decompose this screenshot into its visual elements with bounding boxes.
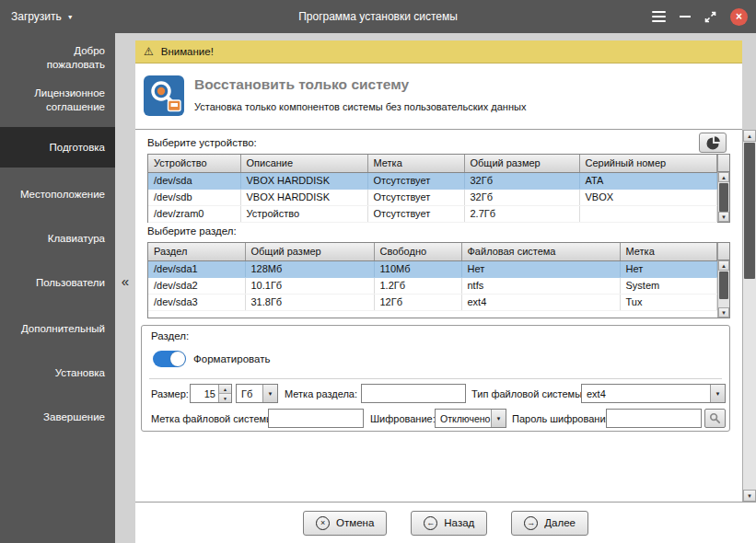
partition-table: Раздел Общий размер Свободно Файловая си…: [147, 242, 730, 318]
column-header[interactable]: Файловая система: [461, 243, 620, 260]
restore-system-icon: [144, 75, 184, 116]
scrollbar-corner: [717, 155, 729, 172]
chevron-down-icon: ▼: [67, 14, 74, 20]
pie-chart-icon: [706, 136, 720, 150]
fs-label-input[interactable]: [268, 409, 364, 428]
scroll-down-icon[interactable]: ▼: [718, 307, 729, 318]
size-unit-select[interactable]: Гб ▼: [236, 384, 278, 403]
partition-label-input[interactable]: [361, 384, 466, 403]
next-arrow-icon: →: [524, 516, 538, 530]
column-header[interactable]: Раздел: [148, 243, 245, 260]
size-spinner[interactable]: 15 ▲▼: [190, 384, 232, 403]
column-header[interactable]: Серийный номер: [579, 155, 717, 172]
sidebar-step-finish: Завершение: [0, 410, 115, 424]
device-table-scrollbar[interactable]: ▲ ▼: [717, 172, 729, 222]
format-toggle[interactable]: [153, 351, 186, 367]
back-arrow-icon: ←: [424, 516, 437, 530]
sidebar-step-keyboard: Клавиатура: [0, 232, 115, 246]
warning-text: Внимание!: [161, 46, 214, 57]
sidebar-step-preparation: Подготовка: [0, 127, 115, 168]
load-menu-button[interactable]: Загрузить ▼: [0, 0, 85, 33]
next-button[interactable]: → Далее: [511, 511, 588, 536]
sidebar-collapse-button[interactable]: «: [115, 274, 135, 288]
scroll-up-icon[interactable]: ▲: [743, 130, 756, 142]
key-magnifier-icon: [709, 412, 721, 424]
main-scrollbar[interactable]: ▲ ▼: [742, 130, 756, 502]
scroll-thumb[interactable]: [744, 143, 755, 279]
sidebar-step-welcome: Добро пожаловать: [0, 44, 115, 72]
back-button[interactable]: ← Назад: [411, 511, 487, 536]
chevron-down-icon: ▼: [262, 385, 277, 402]
encryption-select[interactable]: Отключено ▼: [435, 409, 506, 428]
table-row-zram0[interactable]: /dev/zram0УстройствоОтсутствует2.7Гб: [148, 205, 717, 222]
window-title: Программа установки системы: [0, 10, 756, 23]
partition-label-label: Метка раздела:: [285, 388, 357, 399]
column-header[interactable]: Устройство: [148, 155, 240, 172]
partition-chart-button[interactable]: [699, 133, 727, 153]
encryption-value: Отключено: [436, 413, 491, 424]
scroll-down-icon[interactable]: ▼: [718, 212, 729, 222]
window-controls: ×: [652, 0, 748, 33]
device-table-header: Устройство Описание Метка Общий размер С…: [148, 155, 717, 172]
warning-icon: ⚠: [144, 46, 154, 57]
page-header: Восстановить только систему Установка то…: [135, 64, 742, 130]
sidebar-gutter: «: [115, 33, 135, 543]
spin-up-icon[interactable]: ▲: [219, 385, 231, 394]
fs-label-label: Метка файловой системы:: [151, 413, 276, 424]
maximize-icon[interactable]: [704, 11, 716, 23]
table-row-sda3[interactable]: /dev/sda331.8Гб12Гбext4Tux: [148, 294, 717, 310]
column-header[interactable]: Метка: [620, 243, 717, 260]
password-key-button[interactable]: [704, 409, 726, 428]
spin-down-icon[interactable]: ▼: [219, 394, 231, 402]
device-table: Устройство Описание Метка Общий размер С…: [147, 154, 730, 223]
device-section-label: Выберите устройство:: [147, 137, 257, 148]
partition-groupbox: Раздел: Форматировать Размер: 15 ▲▼ Гб ▼…: [141, 325, 730, 432]
encryption-password-label: Пароль шифрования:: [512, 413, 614, 424]
chevron-down-icon: ▼: [710, 385, 725, 402]
scroll-thumb[interactable]: [719, 272, 728, 299]
fs-type-value: ext4: [582, 388, 710, 399]
scroll-down-icon[interactable]: ▼: [743, 490, 756, 502]
page-title: Восстановить только систему: [194, 76, 409, 93]
titlebar: Загрузить ▼ Программа установки системы …: [0, 0, 756, 33]
table-row-sdb[interactable]: /dev/sdbVBOX HARDDISKОтсутствует32ГбVBOX: [148, 189, 717, 205]
table-row-sda1[interactable]: /dev/sda1128Мб110МбНетНет: [148, 260, 717, 277]
sidebar-step-users: Пользователи: [0, 276, 115, 290]
column-header[interactable]: Общий размер: [245, 243, 374, 260]
scrollbar-corner: [717, 243, 729, 260]
column-header[interactable]: Свободно: [374, 243, 461, 260]
size-value: 15: [191, 385, 218, 402]
content-area: Выберите устройство: Устройство Описание…: [135, 130, 742, 502]
partition-table-header: Раздел Общий размер Свободно Файловая си…: [148, 243, 717, 260]
warning-banner: ⚠ Внимание!: [135, 40, 742, 64]
encryption-password-input[interactable]: [606, 409, 702, 428]
table-row-sda2[interactable]: /dev/sda210.1Гб1.2ГбntfsSystem: [148, 277, 717, 294]
hamburger-menu-icon[interactable]: [652, 11, 666, 22]
cancel-button[interactable]: × Отмена: [303, 511, 387, 536]
partition-table-scrollbar[interactable]: ▲ ▼: [717, 260, 729, 318]
footer-bar: × Отмена ← Назад → Далее: [135, 502, 756, 543]
sidebar-step-install: Установка: [0, 366, 115, 380]
cancel-circle-icon: ×: [316, 516, 330, 530]
chevron-down-icon: ▼: [491, 410, 506, 427]
scroll-up-icon[interactable]: ▲: [718, 172, 729, 182]
load-menu-label: Загрузить: [11, 10, 62, 23]
format-label: Форматировать: [193, 353, 270, 364]
sidebar-step-extra: Дополнительный: [0, 322, 115, 336]
scroll-up-icon[interactable]: ▲: [718, 260, 729, 271]
fs-type-label: Тип файловой системы:: [471, 388, 585, 399]
minimize-icon[interactable]: [680, 16, 691, 17]
table-row-sda[interactable]: /dev/sdaVBOX HARDDISKОтсутствует32ГбATA: [148, 172, 717, 189]
column-header[interactable]: Описание: [240, 155, 367, 172]
size-unit-value: Гб: [237, 388, 262, 399]
page-subtitle: Установка только компонентов системы без…: [194, 101, 526, 112]
scroll-thumb[interactable]: [719, 183, 728, 212]
column-header[interactable]: Общий размер: [464, 155, 579, 172]
close-icon[interactable]: ×: [730, 8, 748, 26]
column-header[interactable]: Метка: [367, 155, 464, 172]
partition-section-label: Выберите раздел:: [147, 225, 237, 237]
fs-type-select[interactable]: ext4 ▼: [581, 384, 726, 403]
encryption-label: Шифрование:: [370, 413, 436, 424]
sidebar-step-license: Лицензионное соглашение: [0, 87, 115, 114]
divider: [149, 378, 722, 379]
